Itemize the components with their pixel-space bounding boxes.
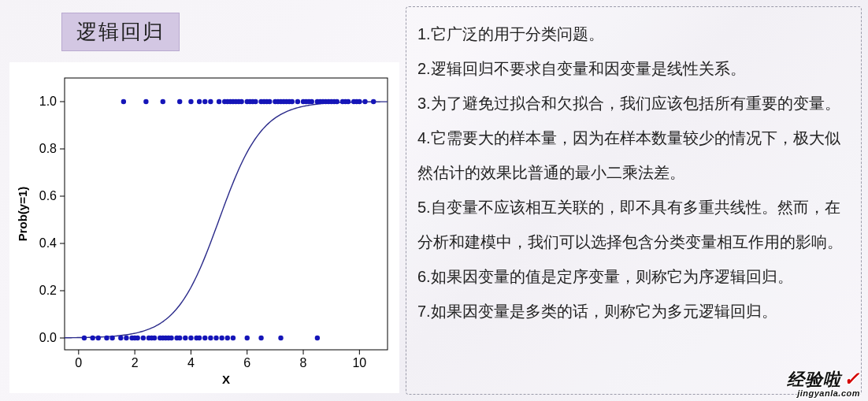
svg-point-52 <box>202 336 207 340</box>
svg-point-55 <box>219 336 224 340</box>
svg-point-30 <box>104 336 109 340</box>
svg-point-28 <box>90 336 95 340</box>
svg-text:Prob(y=1): Prob(y=1) <box>16 187 29 242</box>
note-item: 4.它需要大的样本量，因为在样本数量较少的情况下，极大似然估计的效果比普通的最小… <box>417 129 840 181</box>
svg-point-37 <box>141 336 146 340</box>
note-item: 3.为了避免过拟合和欠拟合，我们应该包括所有重要的变量。 <box>417 95 840 112</box>
svg-point-64 <box>161 99 165 104</box>
svg-point-62 <box>121 99 126 104</box>
svg-point-27 <box>82 336 87 340</box>
svg-text:0.4: 0.4 <box>39 236 57 250</box>
left-column: 逻辑回归 02468100.00.20.40.60.81.0XProb(y=1) <box>0 0 398 401</box>
svg-point-49 <box>188 336 193 340</box>
svg-point-92 <box>290 99 295 104</box>
svg-point-61 <box>315 336 320 340</box>
svg-point-69 <box>208 99 213 104</box>
svg-point-81 <box>253 99 258 104</box>
svg-point-68 <box>202 99 207 104</box>
svg-point-31 <box>109 336 114 340</box>
svg-point-77 <box>239 99 243 104</box>
svg-rect-0 <box>65 78 388 350</box>
svg-text:8: 8 <box>300 356 307 369</box>
svg-point-57 <box>231 336 236 340</box>
svg-point-93 <box>295 99 300 104</box>
svg-point-56 <box>225 336 230 340</box>
page-root: 逻辑回归 02468100.00.20.40.60.81.0XProb(y=1)… <box>0 0 868 401</box>
svg-point-85 <box>267 99 272 104</box>
svg-point-45 <box>169 336 173 340</box>
svg-point-58 <box>245 336 250 340</box>
svg-point-59 <box>258 336 263 340</box>
svg-text:0.0: 0.0 <box>39 331 57 344</box>
svg-point-65 <box>177 99 182 104</box>
svg-text:6: 6 <box>243 356 250 369</box>
svg-point-111 <box>357 99 362 104</box>
note-item: 6.如果因变量的值是定序变量，则称它为序逻辑回归。 <box>417 268 793 285</box>
svg-point-113 <box>371 99 376 104</box>
note-item: 2.逻辑回归不要求自变量和因变量是线性关系。 <box>417 60 746 77</box>
chart-svg: 02468100.00.20.40.60.81.0XProb(y=1) <box>9 62 399 393</box>
svg-point-97 <box>310 99 314 104</box>
svg-point-54 <box>213 336 218 340</box>
svg-point-48 <box>183 336 187 340</box>
notes-panel: 1.它广泛的用于分类问题。 2.逻辑回归不要求自变量和因变量是线性关系。 3.为… <box>406 6 862 395</box>
svg-point-40 <box>152 336 157 340</box>
svg-point-112 <box>362 99 367 104</box>
svg-point-105 <box>335 99 339 104</box>
svg-text:0: 0 <box>75 356 82 369</box>
svg-point-108 <box>346 99 351 104</box>
page-title: 逻辑回归 <box>61 13 180 51</box>
svg-point-36 <box>135 336 139 340</box>
note-item: 1.它广泛的用于分类问题。 <box>417 25 604 43</box>
svg-text:10: 10 <box>352 356 366 369</box>
svg-point-60 <box>278 336 283 340</box>
logistic-chart: 02468100.00.20.40.60.81.0XProb(y=1) <box>9 62 399 393</box>
svg-text:X: X <box>222 373 230 386</box>
svg-point-29 <box>96 336 101 340</box>
svg-point-51 <box>197 336 202 340</box>
svg-text:0.6: 0.6 <box>39 189 57 202</box>
svg-text:0.8: 0.8 <box>39 142 57 155</box>
svg-text:4: 4 <box>187 356 195 369</box>
note-item: 5.自变量不应该相互关联的，即不具有多重共线性。然而，在分析和建模中，我们可以选… <box>417 199 843 251</box>
svg-point-63 <box>143 99 148 104</box>
note-item: 7.如果因变量是多类的话，则称它为多元逻辑回归。 <box>417 303 777 320</box>
svg-point-53 <box>208 336 213 340</box>
svg-point-70 <box>217 99 221 104</box>
svg-text:2: 2 <box>132 356 139 369</box>
svg-point-32 <box>118 336 123 340</box>
svg-point-67 <box>197 99 202 104</box>
svg-text:1.0: 1.0 <box>39 95 57 108</box>
svg-point-33 <box>124 336 128 340</box>
svg-text:0.2: 0.2 <box>39 284 57 297</box>
svg-point-47 <box>177 336 182 340</box>
svg-point-66 <box>188 99 193 104</box>
